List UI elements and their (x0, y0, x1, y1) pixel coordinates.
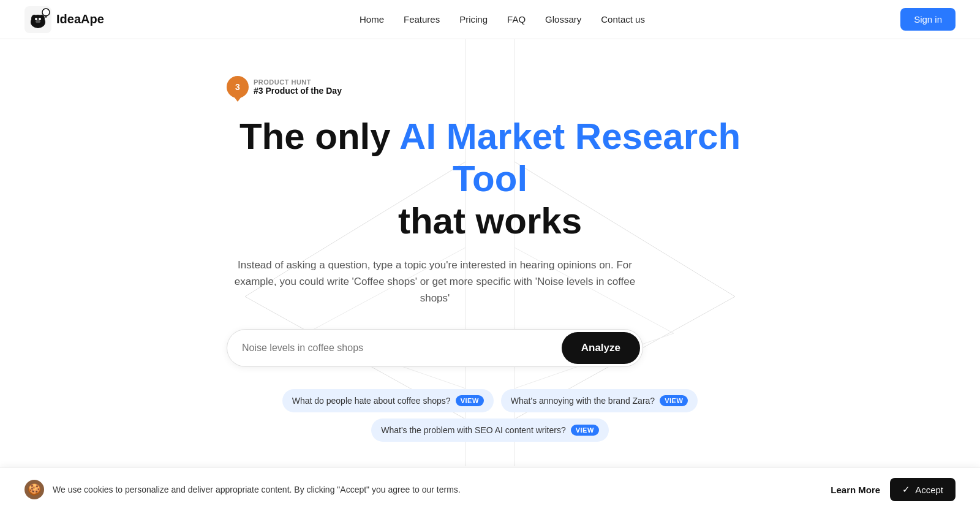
analyze-button[interactable]: Analyze (562, 332, 640, 364)
example-chip-1[interactable]: What do people hate about coffee shops? … (282, 389, 494, 412)
examples-row-1: What do people hate about coffee shops? … (227, 389, 753, 412)
svg-point-5 (35, 18, 37, 20)
nav-links: Home Features Pricing FAQ Glossary Conta… (360, 14, 645, 25)
hero-title: The only AI Market Research Tool that wo… (227, 115, 753, 242)
hero-title-blue: AI Market Research Tool (399, 116, 741, 199)
ph-medal-icon: 3 (227, 76, 249, 98)
search-input[interactable] (227, 331, 559, 365)
hero-subtitle: Instead of asking a question, type a top… (227, 257, 643, 307)
nav-features[interactable]: Features (404, 14, 440, 25)
hero-title-end: that works (398, 200, 582, 241)
nav-home[interactable]: Home (360, 14, 384, 25)
search-container: Analyze (227, 329, 643, 367)
ph-text: PRODUCT HUNT #3 Product of the Day (254, 78, 342, 96)
svg-rect-9 (45, 15, 47, 17)
svg-point-4 (32, 15, 43, 25)
ph-label: PRODUCT HUNT (254, 78, 342, 86)
example-chip-1-text: What do people hate about coffee shops? (292, 396, 451, 406)
example-chip-2-text: What's annoying with the brand Zara? (511, 396, 655, 406)
svg-point-8 (42, 9, 50, 16)
ph-tagline: #3 Product of the Day (254, 86, 342, 96)
product-hunt-badge: 3 PRODUCT HUNT #3 Product of the Day (227, 76, 753, 98)
nav-glossary[interactable]: Glossary (545, 14, 581, 25)
signin-button[interactable]: Sign in (900, 8, 956, 31)
example-chip-2-tag: VIEW (660, 395, 688, 406)
logo-link[interactable]: IdeaApe (24, 6, 104, 33)
example-chip-3[interactable]: What's the problem with SEO AI content w… (371, 418, 609, 442)
svg-point-6 (39, 18, 41, 20)
hero-content: 3 PRODUCT HUNT #3 Product of the Day The… (227, 76, 753, 442)
nav-faq[interactable]: FAQ (507, 14, 526, 25)
navbar: IdeaApe Home Features Pricing FAQ Glossa… (0, 0, 980, 39)
example-chip-3-text: What's the problem with SEO AI content w… (381, 425, 565, 435)
svg-point-7 (36, 20, 40, 23)
logo-icon (24, 6, 51, 33)
logo-text: IdeaApe (56, 12, 104, 26)
example-chip-3-tag: VIEW (571, 425, 599, 436)
ph-medal-number: 3 (235, 82, 240, 92)
search-box: Analyze (227, 329, 643, 367)
example-chip-2[interactable]: What's annoying with the brand Zara? VIE… (501, 389, 698, 412)
nav-pricing[interactable]: Pricing (459, 14, 488, 25)
example-chip-1-tag: VIEW (456, 395, 484, 406)
nav-contact[interactable]: Contact us (601, 14, 645, 25)
hero-title-static: The only (239, 116, 399, 157)
hero-section: 3 PRODUCT HUNT #3 Product of the Day The… (0, 39, 980, 466)
examples-row-2: What's the problem with SEO AI content w… (227, 418, 753, 442)
